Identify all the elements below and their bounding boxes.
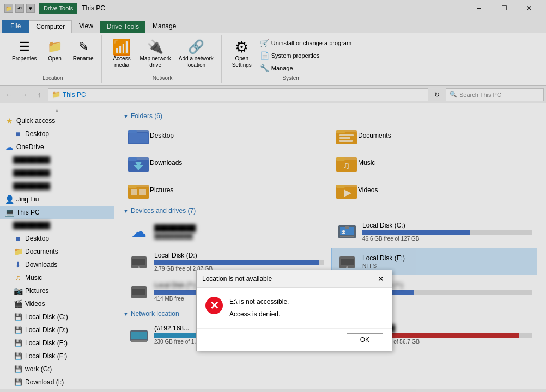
dialog-footer: OK — [197, 328, 392, 351]
error-icon: ✕ — [205, 297, 223, 314]
dialog-location-unavailable: Location is not available ✕ ✕ E:\ is not… — [196, 270, 392, 351]
dialog-title-bar: Location is not available ✕ — [197, 270, 392, 288]
dialog-message-1: E:\ is not accessible. — [229, 297, 289, 307]
dialog-message: E:\ is not accessible. Access is denied. — [229, 297, 289, 320]
dialog-overlay: Location is not available ✕ ✕ E:\ is not… — [0, 0, 546, 392]
dialog-title: Location is not available — [202, 275, 272, 283]
dialog-message-2: Access is denied. — [229, 309, 289, 320]
dialog-ok-button[interactable]: OK — [347, 333, 383, 346]
dialog-close-button[interactable]: ✕ — [375, 273, 386, 284]
dialog-content: ✕ E:\ is not accessible. Access is denie… — [197, 288, 392, 328]
